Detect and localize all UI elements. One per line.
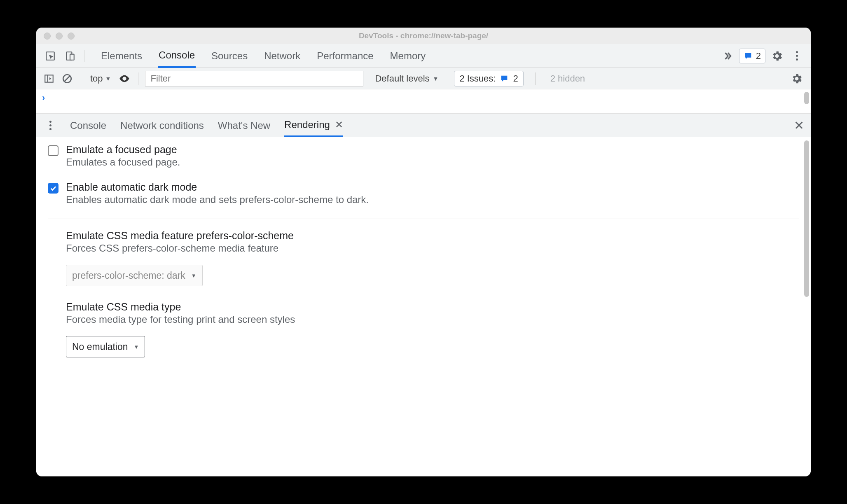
drawer-tab-whats-new[interactable]: What's New [218, 114, 270, 137]
select-value: prefers-color-scheme: dark [72, 270, 185, 281]
chevron-down-icon: ▼ [134, 344, 139, 350]
issues-badge[interactable]: 2 [739, 49, 765, 63]
more-menu-icon[interactable] [789, 48, 805, 64]
context-selector[interactable]: top ▼ [88, 73, 113, 84]
select-value: No emulation [72, 341, 128, 352]
divider [138, 72, 138, 85]
chevron-down-icon: ▼ [191, 273, 197, 279]
option-desc: Emulates a focused page. [66, 156, 180, 168]
traffic-lights [44, 33, 75, 40]
svg-rect-3 [45, 75, 53, 82]
device-toolbar-icon[interactable] [62, 48, 78, 64]
option-enable-dark-mode: Enable automatic dark mode Enables autom… [48, 181, 799, 205]
inspect-element-icon[interactable] [42, 48, 58, 64]
tab-network[interactable]: Network [263, 44, 301, 68]
live-expression-icon[interactable] [117, 72, 131, 86]
svg-rect-2 [70, 54, 74, 60]
issues-label: 2 Issues: [459, 73, 496, 84]
drawer-tab-rendering[interactable]: Rendering ✕ [284, 114, 343, 137]
scrollbar[interactable] [804, 140, 809, 297]
chevron-down-icon: ▼ [105, 75, 111, 82]
close-traffic-light[interactable] [44, 33, 51, 40]
select-media-type[interactable]: No emulation ▼ [66, 336, 145, 357]
settings-icon[interactable] [769, 48, 785, 64]
console-prompt-area[interactable]: › [36, 89, 811, 114]
checkbox-enable-dark-mode[interactable] [48, 183, 58, 194]
divider [535, 72, 536, 85]
section-title: Emulate CSS media type [66, 301, 799, 313]
main-tabstrip: Elements Console Sources Network Perform… [36, 44, 811, 68]
window-title: DevTools - chrome://new-tab-page/ [36, 31, 811, 40]
section-media-type: Emulate CSS media type Forces media type… [66, 301, 799, 357]
option-title: Emulate a focused page [66, 144, 180, 156]
option-desc: Enables automatic dark mode and sets pre… [66, 194, 369, 205]
tab-sources[interactable]: Sources [211, 44, 248, 68]
section-desc: Forces CSS prefers-color-scheme media fe… [66, 243, 799, 254]
levels-label: Default levels [375, 73, 429, 84]
drawer-tab-console[interactable]: Console [70, 114, 106, 137]
close-icon[interactable]: ✕ [335, 119, 343, 131]
more-tabs-icon[interactable] [719, 48, 736, 64]
filter-input[interactable] [145, 71, 363, 86]
drawer-tab-network-conditions[interactable]: Network conditions [120, 114, 204, 137]
hidden-count: 2 hidden [550, 73, 585, 84]
divider [84, 50, 84, 62]
drawer-tab-label: Rendering [284, 119, 330, 131]
issues-box[interactable]: 2 Issues: 2 [454, 71, 523, 86]
issues-badge-count: 2 [756, 51, 761, 61]
toggle-sidebar-icon[interactable] [42, 72, 56, 86]
checkbox-emulate-focused-page[interactable] [48, 145, 58, 156]
section-prefers-color-scheme: Emulate CSS media feature prefers-color-… [66, 230, 799, 286]
console-settings-icon[interactable] [789, 70, 805, 87]
tab-memory[interactable]: Memory [389, 44, 427, 68]
drawer-tabstrip: Console Network conditions What's New Re… [36, 114, 811, 137]
drawer-more-icon[interactable] [42, 117, 58, 134]
context-label: top [90, 73, 103, 84]
devtools-window: DevTools - chrome://new-tab-page/ Elemen… [36, 28, 811, 476]
tab-console[interactable]: Console [158, 44, 196, 68]
rendering-panel: Emulate a focused page Emulates a focuse… [36, 137, 811, 476]
section-title: Emulate CSS media feature prefers-color-… [66, 230, 799, 242]
issues-count: 2 [513, 73, 518, 84]
divider [81, 72, 81, 85]
prompt-chevron-icon: › [42, 93, 45, 103]
drawer-close-icon[interactable]: ✕ [794, 119, 804, 132]
svg-line-6 [65, 76, 70, 81]
scrollbar[interactable] [804, 92, 809, 104]
panel-tabs: Elements Console Sources Network Perform… [100, 44, 426, 68]
console-toolbar: top ▼ Default levels ▼ 2 Issues: 2 2 hid… [36, 68, 811, 89]
clear-console-icon[interactable] [60, 72, 74, 86]
tab-performance[interactable]: Performance [316, 44, 374, 68]
divider [48, 219, 799, 219]
chevron-down-icon: ▼ [433, 75, 439, 82]
option-title: Enable automatic dark mode [66, 181, 369, 193]
log-levels-selector[interactable]: Default levels ▼ [375, 73, 438, 84]
select-prefers-color-scheme[interactable]: prefers-color-scheme: dark ▼ [66, 265, 203, 286]
minimize-traffic-light[interactable] [56, 33, 63, 40]
zoom-traffic-light[interactable] [68, 33, 75, 40]
section-desc: Forces media type for testing print and … [66, 314, 799, 325]
tab-elements[interactable]: Elements [100, 44, 143, 68]
option-emulate-focused-page: Emulate a focused page Emulates a focuse… [48, 144, 799, 168]
titlebar: DevTools - chrome://new-tab-page/ [36, 28, 811, 44]
